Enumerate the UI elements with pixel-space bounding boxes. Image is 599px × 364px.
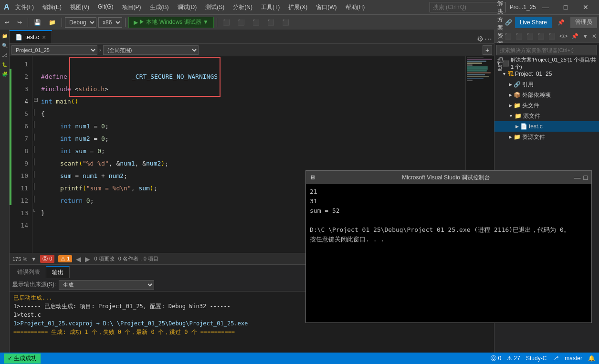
toolbar-btn-2[interactable]: ⬛ (235, 17, 248, 28)
code-line-4: int main() (41, 95, 465, 108)
open-button[interactable]: 📁 (46, 17, 59, 28)
tab-menu-button[interactable]: ⋯ (484, 34, 492, 43)
pin-button[interactable]: 📌 (555, 17, 567, 28)
tree-item-headers[interactable]: ▶ 📁 头文件 (494, 100, 599, 111)
menu-debug[interactable]: 调试(D) (174, 2, 201, 12)
sol-icon-menu[interactable]: ▼ (581, 32, 589, 40)
solution-search-container (494, 43, 599, 57)
menu-window[interactable]: 窗口(W) (312, 2, 340, 12)
toolbar-btn-3[interactable]: ⬛ (250, 17, 263, 28)
expand-project-icon: ▼ (502, 72, 506, 76)
solution-label: 解决方案'Project_01_25'(1 个项目/共 1 个) (511, 57, 597, 71)
sources-label: 源文件 (523, 112, 540, 120)
menu-extensions[interactable]: 扩展(X) (284, 2, 311, 12)
console-minimize-button[interactable]: — (574, 174, 581, 181)
console-maximize-button[interactable]: □ (584, 174, 588, 181)
error-count-status[interactable]: ⓪ 0 (491, 354, 501, 363)
sidebar-git-icon[interactable]: ⎇ (0, 51, 9, 59)
ref-icon: 🔗 (514, 81, 521, 88)
sidebar-debug-icon[interactable]: 🐛 (0, 60, 9, 69)
live-share-button[interactable]: Live Share (515, 17, 552, 28)
tree-item-solution[interactable]: ▼ ⬛ 解决方案'Project_01_25'(1 个项目/共 1 个) (494, 58, 599, 69)
menu-edit[interactable]: 编辑(E) (39, 2, 65, 12)
include-bracket-close: > (105, 83, 108, 95)
tab-new-button[interactable]: ⚙ (477, 34, 483, 43)
notification-bell-icon[interactable]: 🔔 (588, 355, 595, 362)
menu-view[interactable]: 视图(V) (66, 2, 93, 12)
error-count-badge[interactable]: ⓪ 0 (40, 255, 54, 263)
redo-button[interactable]: ↪ (14, 17, 25, 28)
build-success-badge: ✓ 生成成功 (4, 354, 41, 364)
tree-item-resources[interactable]: ▶ 📁 资源文件 (494, 132, 599, 142)
sol-icon-close[interactable]: ✕ (590, 32, 598, 40)
minimize-button[interactable]: — (536, 2, 555, 12)
tree-item-sources[interactable]: ▼ 📁 源文件 (494, 111, 599, 121)
sol-icon-5[interactable]: ⬛ (547, 32, 557, 40)
status-right: ⓪ 0 ⚠ 27 Study-C ⎇ master 🔔 (491, 354, 595, 363)
run-button[interactable]: ▶ ▶ 本地 Windows 调试器 ▼ (128, 17, 214, 28)
menu-project[interactable]: 项目(P) (118, 2, 145, 12)
run-label: ▶ 本地 Windows 调试器 ▼ (139, 18, 209, 26)
global-search-input[interactable] (430, 2, 506, 12)
sol-icon-4[interactable]: ⬛ (536, 32, 546, 40)
menu-build[interactable]: 生成(B) (146, 2, 173, 12)
warning-count-badge[interactable]: ⚠ 1 (58, 255, 72, 262)
sidebar-explorer-icon[interactable]: 📁 (0, 31, 9, 40)
project-icon: 🏗 (508, 71, 514, 77)
sol-icon-pin[interactable]: 📌 (570, 32, 580, 40)
console-title: Microsoft Visual Studio 调试控制台 (402, 174, 490, 182)
scope-dropdown[interactable]: Project_01_25 (11, 45, 97, 55)
tab-close-button[interactable]: ✕ (42, 35, 46, 40)
study-label[interactable]: Study-C (526, 355, 546, 362)
git-changes-label: 0 项更改 (94, 255, 114, 262)
sidebar-extensions-icon[interactable]: 🧩 (0, 70, 9, 78)
branch-name[interactable]: master (565, 355, 582, 362)
semi-7: ; (105, 133, 109, 145)
menu-help[interactable]: 帮助(H) (342, 2, 369, 12)
toolbar-btn-5[interactable]: ⬛ (279, 17, 292, 28)
menu-git[interactable]: Git(G) (94, 2, 117, 12)
tree-item-external[interactable]: ▶ 📦 外部依赖项 (494, 90, 599, 100)
toolbar-btn-1[interactable]: ⬛ (220, 17, 233, 28)
maximize-button[interactable]: □ (556, 2, 575, 12)
debug-config-dropdown[interactable]: Debug (65, 17, 96, 28)
platform-dropdown[interactable]: x86 (98, 17, 122, 28)
warning-count-status[interactable]: ⚠ 27 (507, 355, 520, 362)
tab-output[interactable]: 输出 (46, 266, 70, 278)
nav-dropdown[interactable]: (全局范围) (103, 45, 199, 55)
zoom-dropdown-icon[interactable]: ▼ (31, 256, 36, 262)
add-line-button[interactable]: + (483, 45, 492, 55)
semi-12: ; (90, 195, 94, 207)
return-kw: return (60, 195, 83, 207)
output-line-5: ========== 生成: 成功 1 个，失败 0 个，最新 0 个，跳过 0… (13, 328, 490, 336)
sol-icon-6[interactable]: </> (558, 32, 569, 40)
menu-analyze[interactable]: 分析(N) (229, 2, 256, 12)
save-button[interactable]: 💾 (31, 17, 44, 28)
brace-close: } (41, 207, 45, 219)
assign-8: = (86, 145, 97, 157)
tree-item-testc[interactable]: ▶ 📄 test.c (494, 121, 599, 132)
nav-back-arrow[interactable]: ◀ (76, 255, 81, 263)
menu-test[interactable]: 测试(S) (201, 2, 228, 12)
num2-var-10: num2 (109, 170, 124, 182)
solution-icon: ⬛ (502, 60, 509, 67)
menu-tools[interactable]: 工具(T) (257, 2, 284, 12)
menu-file[interactable]: 文件(F) (11, 2, 38, 12)
output-source-dropdown[interactable]: 生成 (59, 280, 154, 290)
left-sidebar: 📁 🔍 ⎇ 🐛 🧩 (0, 30, 10, 353)
close-button[interactable]: ✕ (576, 2, 595, 12)
solution-search-input[interactable] (496, 45, 597, 55)
manage-button[interactable]: 管理员 (570, 17, 597, 28)
tab-error-list[interactable]: 错误列表 (11, 266, 46, 278)
sol-icon-3[interactable]: ⬛ (525, 32, 535, 40)
editor-tab-testc[interactable]: 📄 test.c ✕ (10, 30, 52, 43)
console-line-2: 31 (310, 197, 588, 206)
sol-icon-1[interactable]: ⬛ (503, 32, 513, 40)
sidebar-search-icon[interactable]: 🔍 (0, 41, 9, 50)
undo-button[interactable]: ↩ (2, 17, 12, 28)
ref-label: 引用 (522, 81, 534, 89)
sol-icon-2[interactable]: ⬛ (514, 32, 524, 40)
tree-item-ref[interactable]: ▶ 🔗 引用 (494, 79, 599, 90)
nav-forward-arrow[interactable]: ▶ (85, 255, 90, 263)
toolbar-btn-4[interactable]: ⬛ (264, 17, 277, 28)
